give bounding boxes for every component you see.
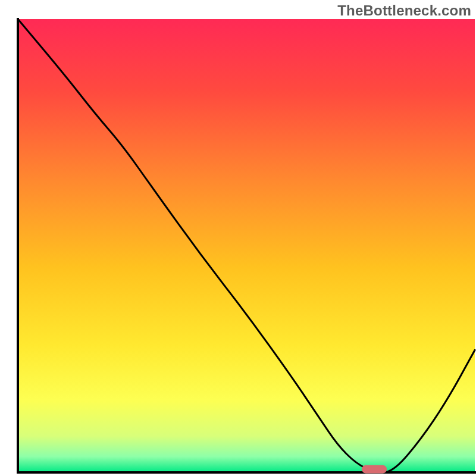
optimal-point: [362, 465, 387, 474]
chart-container: TheBottleneck.com: [0, 0, 476, 476]
bottleneck-chart: [0, 0, 476, 476]
plot-background: [18, 19, 475, 472]
